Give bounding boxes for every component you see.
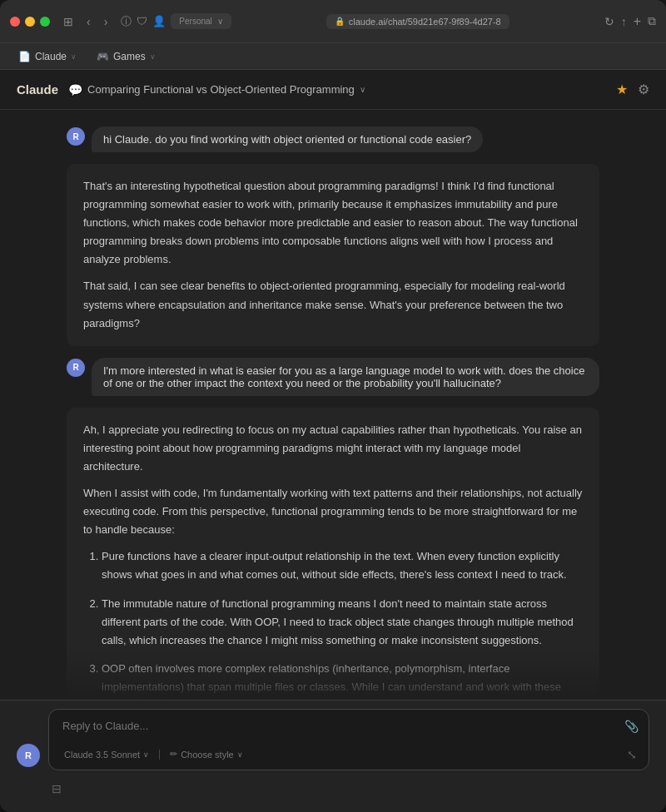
attach-button[interactable]: 📎 xyxy=(624,720,639,733)
expand-icon[interactable]: ⤡ xyxy=(627,748,637,761)
lock-icon: 🔒 xyxy=(335,17,345,26)
tab-games-icon: 🎮 xyxy=(97,51,109,62)
browser-window: ⊞ ‹ › ⓘ 🛡 👤 Personal ∨ 🔒 claude.ai/chat/… xyxy=(0,0,666,812)
pen-icon: ✏ xyxy=(170,749,177,760)
bookmark-star-icon[interactable]: ★ xyxy=(616,82,628,97)
input-container: 📎 Claude 3.5 Sonnet ∨ ✏ Choose style ∨ ⤡ xyxy=(48,709,649,770)
back-button[interactable]: ‹ xyxy=(83,13,94,30)
app-logo: Claude xyxy=(17,82,58,97)
list-item-1: Pure functions have a clearer input-outp… xyxy=(102,547,583,584)
assistant-message-2: Ah, I appreciate you redirecting to focu… xyxy=(67,408,599,700)
chat-messages: R hi Claude. do you find working with ob… xyxy=(0,110,666,700)
list-item-2: The immutable nature of functional progr… xyxy=(102,595,583,650)
close-button[interactable] xyxy=(10,17,20,27)
user-bubble-2: I'm more interested in what is easier fo… xyxy=(92,358,599,396)
user-bubble-1: hi Claude. do you find working with obje… xyxy=(92,126,483,152)
app-header: Claude 💬 Comparing Functional vs Object-… xyxy=(0,70,666,110)
style-label: Choose style xyxy=(181,750,234,760)
input-inner: 📎 xyxy=(49,710,649,742)
input-controls: Claude 3.5 Sonnet ∨ ✏ Choose style ∨ ⤡ xyxy=(49,742,649,770)
title-bar: ⊞ ‹ › ⓘ 🛡 👤 Personal ∨ 🔒 claude.ai/chat/… xyxy=(0,0,666,43)
user-bubble-1-text: hi Claude. do you find working with obje… xyxy=(103,133,471,146)
style-chevron: ∨ xyxy=(237,750,243,759)
tab-claude-chevron: ∨ xyxy=(71,52,77,61)
user-bubble-2-text: I'm more interested in what is easier fo… xyxy=(103,364,584,389)
minimize-button[interactable] xyxy=(25,17,35,27)
header-actions: ★ ⚙ xyxy=(616,82,649,97)
share-icon[interactable]: ↑ xyxy=(621,15,627,28)
controls-divider xyxy=(159,750,160,760)
assistant-2-intro: Ah, I appreciate you redirecting to focu… xyxy=(83,421,583,476)
person-icon: 👤 xyxy=(152,15,166,27)
sidebar-toggle-icon[interactable]: ⊞ xyxy=(60,13,77,30)
tab-claude-icon: 📄 xyxy=(18,51,31,62)
fullscreen-button[interactable] xyxy=(40,17,50,27)
url-text: claude.ai/chat/59d21e67-9f89-4d27-8 xyxy=(349,17,501,27)
adjust-icon[interactable]: ⚙ xyxy=(638,82,649,97)
tab-games-chevron: ∨ xyxy=(150,52,156,61)
list-item-3: OOP often involves more complex relation… xyxy=(102,660,583,700)
assistant-1-para-2: That said, I can see clear benefits to o… xyxy=(83,277,583,332)
reply-input[interactable] xyxy=(49,710,649,742)
user-avatar-bottom: R xyxy=(17,744,40,767)
traffic-lights xyxy=(10,17,50,27)
input-row: R 📎 Claude 3.5 Sonnet ∨ ✏ Choose style ∨ xyxy=(17,709,649,770)
assistant-2-mid: When I assist with code, I'm fundamental… xyxy=(83,484,583,539)
url-bar[interactable]: 🔒 claude.ai/chat/59d21e67-9f89-4d27-8 xyxy=(326,14,509,29)
model-selector[interactable]: Claude 3.5 Sonnet ∨ xyxy=(61,748,152,761)
user-avatar-2: R xyxy=(67,359,85,377)
sidebar-icon[interactable]: ⊟ xyxy=(48,779,649,799)
model-label: Claude 3.5 Sonnet xyxy=(64,750,140,760)
sidebar-toggle-bottom: ⊟ xyxy=(17,779,649,799)
info-icon[interactable]: ⓘ xyxy=(121,14,132,29)
style-selector[interactable]: ✏ Choose style ∨ xyxy=(166,747,246,761)
profile-selector[interactable]: Personal ∨ xyxy=(171,13,231,29)
tab-games-label: Games xyxy=(113,51,146,62)
tab-claude[interactable]: 📄 Claude ∨ xyxy=(13,49,82,64)
conversation-title-text: Comparing Functional vs Object-Oriented … xyxy=(87,83,355,96)
tab-games[interactable]: 🎮 Games ∨ xyxy=(92,49,161,64)
chat-scroll-area: R hi Claude. do you find working with ob… xyxy=(0,110,666,700)
model-chevron: ∨ xyxy=(143,750,149,759)
tab-claude-label: Claude xyxy=(35,51,67,62)
assistant-1-para-1: That's an interesting hypothetical quest… xyxy=(83,177,583,269)
assistant-2-list: Pure functions have a clearer input-outp… xyxy=(83,547,583,700)
conversation-title[interactable]: 💬 Comparing Functional vs Object-Oriente… xyxy=(68,83,365,97)
user-message-2: R I'm more interested in what is easier … xyxy=(67,358,599,396)
refresh-icon[interactable]: ↻ xyxy=(604,15,614,28)
forward-button[interactable]: › xyxy=(101,13,112,30)
conversation-title-chevron: ∨ xyxy=(360,85,365,94)
copy-window-icon[interactable]: ⧉ xyxy=(648,14,656,28)
assistant-message-1: That's an interesting hypothetical quest… xyxy=(67,164,599,346)
tabs-bar: 📄 Claude ∨ 🎮 Games ∨ xyxy=(0,43,666,70)
conversation-icon: 💬 xyxy=(68,83,82,97)
add-tab-button[interactable]: + xyxy=(634,14,641,29)
user-avatar-1: R xyxy=(67,127,85,146)
bottom-input-section: R 📎 Claude 3.5 Sonnet ∨ ✏ Choose style ∨ xyxy=(0,700,666,812)
shield-icon: 🛡 xyxy=(137,15,147,27)
user-message-1: R hi Claude. do you find working with ob… xyxy=(67,126,599,152)
